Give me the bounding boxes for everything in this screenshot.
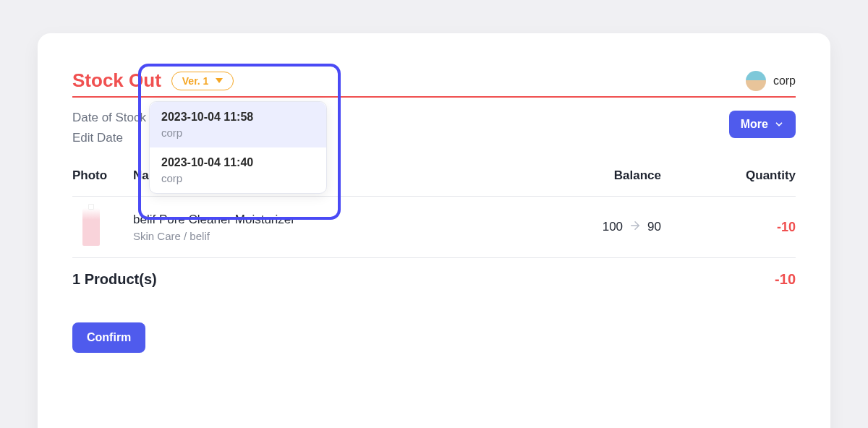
balance-from: 100 xyxy=(603,220,623,234)
page-title: Stock Out xyxy=(72,69,161,92)
product-category: Skin Care / belif xyxy=(133,230,557,242)
header: Stock Out Ver. 1 corp xyxy=(72,69,796,98)
arrow-right-icon xyxy=(629,219,642,236)
th-balance: Balance xyxy=(557,168,680,183)
product-name-cell: belif Pore Cleaner Moisturizer Skin Care… xyxy=(133,213,557,242)
chevron-down-icon xyxy=(774,119,784,129)
confirm-label: Confirm xyxy=(87,331,131,343)
version-option-date: 2023-10-04 11:40 xyxy=(161,156,315,169)
user-name: corp xyxy=(773,74,796,87)
version-option-user: corp xyxy=(161,127,315,139)
summary-quantity: -10 xyxy=(680,271,796,288)
caret-down-icon xyxy=(216,78,223,83)
header-left: Stock Out Ver. 1 xyxy=(72,69,234,92)
product-photo-cell xyxy=(72,208,133,246)
balance-to: 90 xyxy=(647,220,661,234)
avatar xyxy=(746,71,766,91)
version-selector[interactable]: Ver. 1 xyxy=(171,72,234,90)
version-option-date: 2023-10-04 11:58 xyxy=(161,111,315,124)
table-row: belif Pore Cleaner Moisturizer Skin Care… xyxy=(72,197,796,258)
quantity-cell: -10 xyxy=(680,220,796,235)
version-option[interactable]: 2023-10-04 11:40 corp xyxy=(150,147,326,193)
summary-label: 1 Product(s) xyxy=(72,271,557,288)
stock-out-card: Stock Out Ver. 1 corp Date of Stock Out … xyxy=(38,33,830,428)
version-option-user: corp xyxy=(161,172,315,184)
version-dropdown: 2023-10-04 11:58 corp 2023-10-04 11:40 c… xyxy=(149,101,327,194)
table-summary: 1 Product(s) -10 xyxy=(72,258,796,288)
th-quantity: Quantity xyxy=(680,168,796,183)
user-badge[interactable]: corp xyxy=(746,71,796,91)
confirm-button[interactable]: Confirm xyxy=(72,322,145,353)
version-option[interactable]: 2023-10-04 11:58 corp xyxy=(150,102,326,147)
balance-cell: 100 90 xyxy=(557,219,680,236)
product-thumb xyxy=(82,208,100,246)
more-label: More xyxy=(741,118,768,131)
th-photo: Photo xyxy=(72,168,133,183)
version-label: Ver. 1 xyxy=(182,75,209,87)
more-button[interactable]: More xyxy=(729,111,796,138)
product-name: belif Pore Cleaner Moisturizer xyxy=(133,213,557,227)
